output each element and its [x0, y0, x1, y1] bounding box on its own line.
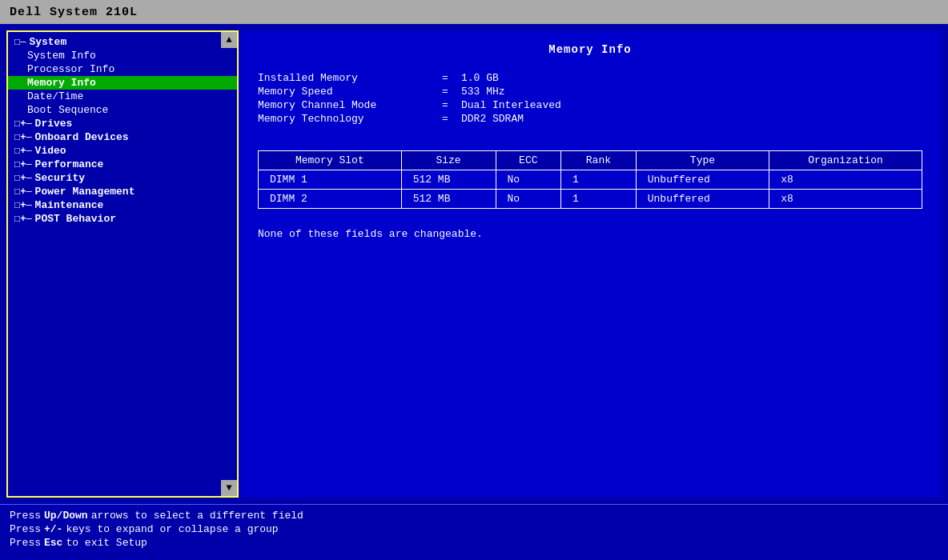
info-label: Memory Speed — [258, 86, 442, 98]
status-line: Press +/- keys to expand or collapse a g… — [10, 523, 938, 535]
info-row: Memory Channel Mode = Dual Interleaved — [258, 99, 922, 111]
sidebar-item-maintenance[interactable]: □+─Maintenance — [8, 198, 237, 212]
nav-label: POST Behavior — [35, 213, 116, 225]
status-normal: Press — [10, 510, 41, 522]
info-equals: = — [442, 86, 461, 98]
content-panel: Memory Info Installed Memory = 1.0 GBMem… — [239, 30, 942, 498]
bios-screen: Dell System 210L ▲ □─SystemSystem InfoPr… — [0, 0, 948, 560]
info-equals: = — [442, 113, 461, 125]
title-bar: Dell System 210L — [0, 0, 948, 24]
info-label: Installed Memory — [258, 72, 442, 84]
nav-prefix: □─ — [14, 37, 26, 48]
info-row: Memory Speed = 533 MHz — [258, 86, 922, 98]
table-cell: 1 — [561, 170, 637, 190]
note-text: None of these fields are changeable. — [258, 228, 922, 240]
info-equals: = — [442, 99, 461, 111]
status-line: Press Esc to exit Setup — [10, 537, 938, 549]
table-cell: 512 MB — [401, 190, 496, 209]
nav-label: Security — [35, 172, 85, 184]
nav-label: Video — [35, 145, 66, 157]
info-value: 1.0 GB — [461, 72, 499, 84]
nav-prefix: □+─ — [14, 200, 32, 211]
nav-label: System Info — [27, 50, 96, 62]
table-row: DIMM 1512 MBNo1Unbufferedx8 — [259, 170, 922, 190]
sidebar-item-processor-info[interactable]: Processor Info — [8, 62, 237, 76]
scroll-down-button[interactable]: ▼ — [221, 480, 237, 496]
info-value: 533 MHz — [461, 86, 505, 98]
nav-label: Onboard Devices — [35, 131, 129, 143]
nav-prefix: □+─ — [14, 159, 32, 170]
sidebar-item-performance[interactable]: □+─Performance — [8, 158, 237, 171]
sidebar-item-system[interactable]: □─System — [8, 35, 237, 49]
table-cell: x8 — [769, 190, 922, 209]
info-equals: = — [442, 72, 461, 84]
sidebar-nav: □─SystemSystem InfoProcessor InfoMemory … — [8, 32, 237, 496]
info-label: Memory Technology — [258, 113, 442, 125]
nav-prefix: □+─ — [14, 214, 32, 225]
sidebar-item-date-time[interactable]: Date/Time — [8, 90, 237, 103]
nav-prefix: □+─ — [14, 118, 32, 130]
sidebar-item-video[interactable]: □+─Video — [8, 144, 237, 158]
table-header: Memory Slot — [259, 151, 402, 170]
nav-prefix: □+─ — [14, 173, 32, 184]
nav-label: Performance — [35, 158, 104, 170]
status-key: +/- — [44, 523, 62, 535]
nav-label: Processor Info — [27, 63, 114, 75]
table-cell: Unbuffered — [636, 190, 769, 209]
nav-prefix: □+─ — [14, 132, 32, 143]
status-normal: to exit Setup — [66, 537, 147, 549]
nav-label: Drives — [35, 118, 73, 130]
main-content: ▲ □─SystemSystem InfoProcessor InfoMemor… — [0, 24, 948, 504]
table-row: DIMM 2512 MBNo1Unbufferedx8 — [259, 190, 922, 209]
nav-label: Maintenance — [35, 199, 104, 211]
nav-prefix: □+─ — [14, 186, 32, 198]
sidebar-item-security[interactable]: □+─Security — [8, 171, 237, 185]
info-label: Memory Channel Mode — [258, 99, 442, 111]
table-header: Organization — [769, 151, 922, 170]
info-value: Dual Interleaved — [461, 99, 561, 111]
scroll-up-button[interactable]: ▲ — [221, 32, 237, 48]
info-value: DDR2 SDRAM — [461, 113, 524, 125]
info-row: Memory Technology = DDR2 SDRAM — [258, 113, 922, 125]
status-normal: arrows to select a different field — [91, 510, 303, 522]
info-grid: Installed Memory = 1.0 GBMemory Speed = … — [258, 72, 922, 125]
status-key: Esc — [44, 537, 62, 549]
table-cell: DIMM 2 — [259, 190, 402, 209]
table-cell: No — [496, 170, 561, 190]
status-normal: Press — [10, 537, 41, 549]
nav-label: Power Management — [35, 186, 135, 198]
status-normal: Press — [10, 523, 41, 535]
status-normal: keys to expand or collapse a group — [66, 523, 278, 535]
table-header: Size — [401, 151, 496, 170]
sidebar-item-drives[interactable]: □+─Drives — [8, 117, 237, 130]
table-cell: No — [496, 190, 561, 209]
status-key: Up/Down — [44, 510, 88, 522]
table-cell: 512 MB — [401, 170, 496, 190]
content-title: Memory Info — [258, 43, 922, 56]
nav-label: System — [29, 36, 66, 48]
table-cell: DIMM 1 — [259, 170, 402, 190]
nav-label: Memory Info — [27, 77, 96, 89]
sidebar-item-boot-sequence[interactable]: Boot Sequence — [8, 103, 237, 117]
nav-label: Date/Time — [27, 90, 83, 102]
sidebar-item-power-management[interactable]: □+─Power Management — [8, 185, 237, 198]
nav-label: Boot Sequence — [27, 104, 108, 116]
table-cell: 1 — [561, 190, 637, 209]
sidebar-item-system-info[interactable]: System Info — [8, 49, 237, 62]
table-header: Rank — [561, 151, 637, 170]
table-cell: x8 — [769, 170, 922, 190]
status-line: Press Up/Down arrows to select a differe… — [10, 510, 938, 522]
sidebar: ▲ □─SystemSystem InfoProcessor InfoMemor… — [6, 30, 239, 498]
sidebar-item-memory-info[interactable]: Memory Info — [8, 76, 237, 90]
table-header: ECC — [496, 151, 561, 170]
sidebar-item-post-behavior[interactable]: □+─POST Behavior — [8, 212, 237, 226]
info-row: Installed Memory = 1.0 GB — [258, 72, 922, 84]
status-bar: Press Up/Down arrows to select a differe… — [0, 504, 948, 560]
memory-table: Memory SlotSizeECCRankTypeOrganizationDI… — [258, 150, 922, 209]
title-text: Dell System 210L — [10, 6, 138, 19]
table-cell: Unbuffered — [636, 170, 769, 190]
table-header: Type — [636, 151, 769, 170]
nav-prefix: □+─ — [14, 146, 32, 157]
sidebar-item-onboard-devices[interactable]: □+─Onboard Devices — [8, 130, 237, 144]
